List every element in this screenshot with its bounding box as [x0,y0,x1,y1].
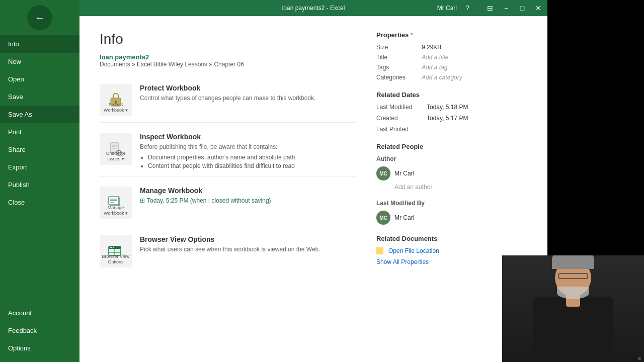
open-file-location-link[interactable]: Open File Location [376,247,527,254]
svg-point-22 [113,247,114,248]
author-avatar: MC [376,166,390,180]
protect-workbook-card: ProtectWorkbook ▾ Protect Workbook Contr… [100,78,356,123]
size-label: Size [376,44,422,51]
sidebar-item-share[interactable]: Share [0,141,79,158]
inspect-workbook-desc: Before publishing this file, be aware th… [140,143,356,170]
sidebar-item-print[interactable]: Print [0,123,79,141]
inspect-workbook-card: Check forIssues ▾ Inspect Workbook Befor… [100,127,356,176]
back-button[interactable]: ← [27,5,52,30]
related-people-title: Related People [376,143,527,150]
last-printed-row: Last Printed [376,126,527,133]
browser-view-title: Browser View Options [140,235,356,243]
size-row: Size 9.29KB [376,44,527,51]
browser-view-label: Browser ViewOptions [100,254,132,265]
inspect-bullet-2: Content that people with disabilities fi… [148,162,356,170]
window-controls: ⊟ − □ ✕ [483,1,547,15]
properties-asterisk: * [411,32,413,38]
created-row: Created Today, 5:17 PM [376,115,527,122]
glasses [558,273,588,279]
related-dates-title: Related Dates [376,91,527,99]
user-name: Mr Carl [437,5,457,12]
webcam-person [528,266,618,362]
svg-point-21 [111,247,112,248]
browser-view-desc: Pick what users can see when this workbo… [140,245,356,254]
webcam-panel [502,255,644,362]
last-modified-value: Today, 5:18 PM [427,104,468,111]
protect-workbook-desc: Control what types of changes people can… [140,94,356,103]
hair [552,255,594,269]
last-modified-avatar: MC [376,211,390,225]
maximize-button[interactable]: □ [515,1,529,15]
sidebar-item-feedback[interactable]: Feedback [0,322,79,339]
sidebar-item-export[interactable]: Export [0,158,79,176]
breadcrumb: loan payments2 Documents » Excel Bible W… [100,53,356,68]
size-value: 9.29KB [422,44,441,51]
webcam-feed [502,255,644,362]
svg-point-20 [110,247,111,248]
related-people-section: Related People Author MC Mr Carl Add an … [376,143,527,225]
protect-workbook-label: ProtectWorkbook ▾ [100,102,132,113]
protect-workbook-title: Protect Workbook [140,84,356,92]
related-dates-section: Related Dates Last Modified Today, 5:18 … [376,91,527,133]
protect-workbook-icon[interactable]: ProtectWorkbook ▾ [100,84,132,116]
sidebar-item-close[interactable]: Close [0,194,79,211]
author-name: Mr Carl [394,170,414,177]
title-bar: loan payments2 - Excel Mr Carl ? ⊟ − □ ✕ [79,0,547,16]
close-button[interactable]: ✕ [531,1,545,15]
manage-workbook-icon[interactable]: ManageWorkbook ▾ [100,187,132,219]
add-author-link[interactable]: Add an author [394,184,527,191]
sidebar-item-open[interactable]: Open [0,70,79,88]
sidebar-item-new[interactable]: New [0,53,79,70]
browser-view-card: Browser ViewOptions Browser View Options… [100,229,356,274]
breadcrumb-path: Documents » Excel Bible Wiley Lessons » … [100,61,244,68]
title-label: Title [376,54,422,61]
manage-workbook-card: ManageWorkbook ▾ Manage Workbook ⊞ Today… [100,180,356,225]
minimize-button[interactable]: − [499,1,513,15]
inspect-icon-label: Check forIssues ▾ [100,151,132,162]
categories-label: Categories [376,74,422,81]
related-documents-title: Related Documents [376,235,527,242]
beard [557,287,589,299]
inspect-bullet-1: Document properties, author's name and a… [148,153,356,162]
categories-value[interactable]: Add a category [422,74,462,81]
categories-row: Categories Add a category [376,74,527,81]
protect-workbook-body: Protect Workbook Control what types of c… [140,84,356,103]
page-title: Info [100,31,356,47]
created-label: Created [376,115,427,122]
face [555,259,591,297]
tags-label: Tags [376,64,422,71]
inspect-workbook-title: Inspect Workbook [140,133,356,141]
properties-title: Properties * [376,31,527,39]
manage-workbook-desc: ⊞ Today, 5:25 PM (when I closed without … [140,197,356,205]
created-value: Today, 5:17 PM [427,115,468,122]
inspect-workbook-icon[interactable]: Check forIssues ▾ [100,133,132,165]
properties-section: Properties * Size 9.29KB Title Add a tit… [376,31,527,81]
filename: loan payments2 [100,53,149,61]
info-panel: Info loan payments2 Documents » Excel Bi… [79,16,547,362]
last-printed-label: Last Printed [376,126,427,133]
last-modified-label: Last Modified [376,104,427,111]
folder-icon [376,247,383,254]
title-row: Title Add a title [376,54,527,61]
tags-row: Tags Add a tag [376,64,527,71]
help-button[interactable]: ? [466,5,469,12]
ribbon-toggle-button[interactable]: ⊟ [483,1,497,15]
sidebar-item-options[interactable]: Options [0,339,79,357]
author-row: MC Mr Carl [376,166,527,180]
window-title: loan payments2 - Excel [282,5,345,12]
recording-indicator [638,357,641,360]
sidebar-item-publish[interactable]: Publish [0,176,79,194]
sidebar-item-save-as[interactable]: Save As [0,106,79,123]
last-modified-name: Mr Carl [394,214,414,221]
sidebar-item-save[interactable]: Save [0,88,79,106]
sidebar-item-info[interactable]: Info [0,35,79,53]
tags-value[interactable]: Add a tag [422,64,447,71]
title-value[interactable]: Add a title [422,54,448,61]
manage-workbook-body: Manage Workbook ⊞ Today, 5:25 PM (when I… [140,187,356,205]
manage-icon-label: ManageWorkbook ▾ [100,205,132,216]
manage-workbook-title: Manage Workbook [140,187,356,195]
sidebar-item-account[interactable]: Account [0,304,79,322]
author-label: Author [376,155,527,162]
browser-view-icon[interactable]: Browser ViewOptions [100,235,132,267]
last-modified-by-label: Last Modified By [376,200,527,207]
